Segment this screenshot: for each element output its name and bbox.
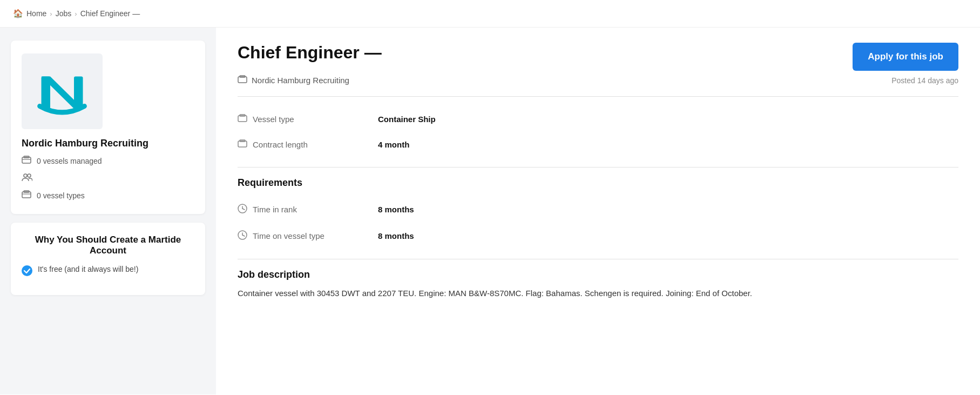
breadcrumb-home[interactable]: Home xyxy=(26,9,46,18)
vessel-type-value: Container Ship xyxy=(378,115,436,124)
page-layout: Nordic Hamburg Recruiting 0 vessels mana… xyxy=(0,28,980,394)
time-on-vessel-text: Time on vessel type xyxy=(253,231,325,240)
divider-top xyxy=(238,96,958,97)
breadcrumb-sep-2: › xyxy=(75,10,77,18)
cta-title: Why You Should Create a Martide Account xyxy=(22,235,194,256)
company-tag-icon xyxy=(238,75,247,85)
svg-point-7 xyxy=(28,174,31,177)
contract-length-icon xyxy=(238,139,247,150)
cta-card: Why You Should Create a Martide Account … xyxy=(11,223,205,295)
vessel-type-text: Vessel type xyxy=(253,115,294,124)
vessel-type-icon xyxy=(238,114,247,124)
company-card: Nordic Hamburg Recruiting 0 vessels mana… xyxy=(11,41,205,214)
time-in-rank-text: Time in rank xyxy=(253,205,297,214)
time-in-rank-value: 8 months xyxy=(378,205,414,214)
requirements-title: Requirements xyxy=(238,177,958,189)
vessels-managed-stat: 0 vessels managed xyxy=(22,156,102,166)
company-tag: Nordic Hamburg Recruiting xyxy=(238,75,349,85)
cta-item-free: It's free (and it always will be!) xyxy=(22,265,194,279)
job-header: Chief Engineer — Apply for this job xyxy=(238,43,958,71)
time-on-vessel-icon xyxy=(238,230,247,242)
time-on-vessel-row: Time on vessel type 8 months xyxy=(238,223,958,249)
divider-bottom xyxy=(238,259,958,259)
divider-mid xyxy=(238,167,958,168)
svg-point-6 xyxy=(24,174,27,177)
time-on-vessel-value: 8 months xyxy=(378,231,414,240)
breadcrumb: 🏠 Home › Jobs › Chief Engineer — xyxy=(0,0,980,28)
main-content: Chief Engineer — Apply for this job Nord… xyxy=(216,28,980,394)
time-in-rank-label: Time in rank xyxy=(238,204,378,215)
contract-length-text: Contract length xyxy=(253,140,308,149)
svg-point-11 xyxy=(22,265,32,276)
home-icon: 🏠 xyxy=(13,9,23,18)
vessels-managed-label: 0 vessels managed xyxy=(37,157,102,165)
time-in-rank-icon xyxy=(238,204,247,215)
breadcrumb-current: Chief Engineer — xyxy=(80,9,140,18)
contract-length-value: 4 month xyxy=(378,140,409,149)
vessel-types-icon xyxy=(22,190,31,201)
vessel-types-stat: 0 vessel types xyxy=(22,190,85,201)
job-desc-title: Job description xyxy=(238,269,958,280)
sidebar: Nordic Hamburg Recruiting 0 vessels mana… xyxy=(0,28,216,394)
svg-line-23 xyxy=(242,235,245,236)
company-tag-name: Nordic Hamburg Recruiting xyxy=(252,76,349,85)
people-icon xyxy=(22,173,32,184)
job-meta-row: Nordic Hamburg Recruiting Posted 14 days… xyxy=(238,75,958,85)
company-name: Nordic Hamburg Recruiting xyxy=(22,138,148,149)
breadcrumb-sep-1: › xyxy=(50,10,52,18)
company-logo-svg xyxy=(32,62,92,121)
time-on-vessel-label: Time on vessel type xyxy=(238,230,378,242)
vessels-managed-icon xyxy=(22,156,31,166)
vessel-types-label: 0 vessel types xyxy=(37,191,85,200)
contract-length-label: Contract length xyxy=(238,139,378,150)
vessel-type-label: Vessel type xyxy=(238,114,378,124)
contract-length-row: Contract length 4 month xyxy=(238,132,958,157)
breadcrumb-jobs[interactable]: Jobs xyxy=(56,9,72,18)
svg-line-20 xyxy=(242,209,245,210)
cta-item-text: It's free (and it always will be!) xyxy=(38,265,138,273)
vessel-type-row: Vessel type Container Ship xyxy=(238,106,958,132)
apply-button[interactable]: Apply for this job xyxy=(853,43,958,71)
cta-check-icon xyxy=(22,265,32,279)
company-logo xyxy=(22,53,103,129)
job-desc-text: Container vessel with 30453 DWT and 2207… xyxy=(238,287,958,300)
time-in-rank-row: Time in rank 8 months xyxy=(238,196,958,223)
people-stat xyxy=(22,173,32,184)
job-title: Chief Engineer — xyxy=(238,43,382,63)
posted-text: Posted 14 days ago xyxy=(891,76,958,85)
